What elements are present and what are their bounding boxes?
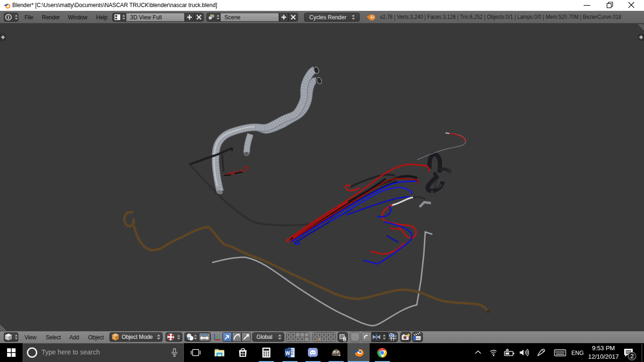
- svg-text:W: W: [285, 350, 290, 356]
- svg-text:i: i: [8, 15, 9, 20]
- svg-text:2: 2: [630, 353, 634, 360]
